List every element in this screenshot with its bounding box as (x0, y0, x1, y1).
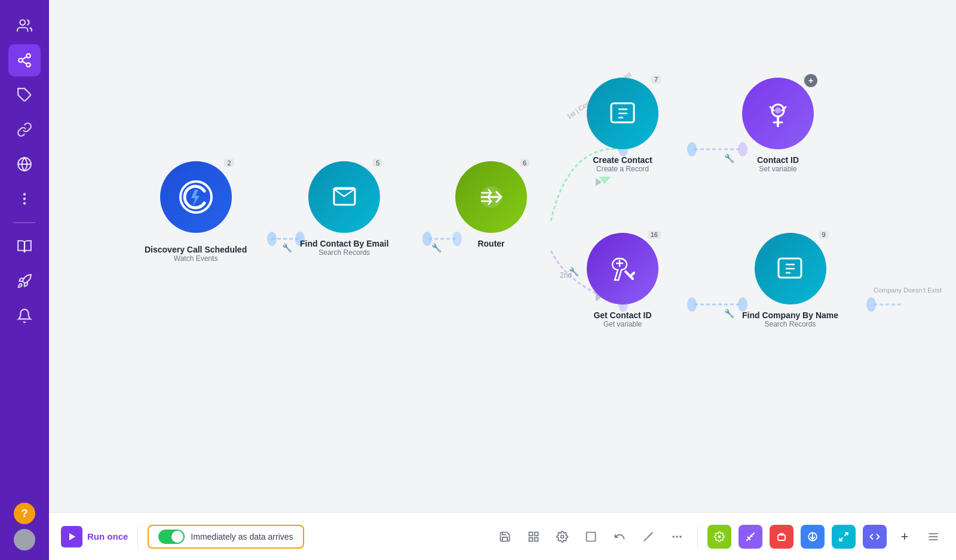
toolbar: Run once Immediately as data arrives (49, 512, 956, 560)
wrench-2: 🔧 (431, 243, 442, 253)
node-discovery-call[interactable]: 2 Discovery Call Scheduled Watch Events (145, 161, 247, 263)
create-contact-badge: 7 (651, 75, 661, 84)
svg-line-35 (334, 189, 344, 196)
more-button[interactable] (666, 526, 688, 547)
user-avatar[interactable] (14, 529, 35, 550)
purple-action-button[interactable] (739, 525, 762, 549)
svg-point-46 (775, 107, 781, 113)
svg-point-10 (23, 198, 26, 200)
sidebar-item-workflow[interactable] (8, 44, 41, 76)
indigo-action-button[interactable] (863, 525, 887, 549)
sidebar-item-connections[interactable] (8, 113, 41, 146)
route-label-2: 2nd (560, 271, 572, 279)
immediately-toggle[interactable] (158, 530, 185, 544)
run-once-label: Run once (87, 531, 128, 541)
save-button[interactable] (494, 526, 516, 547)
svg-point-1 (26, 54, 30, 58)
svg-rect-65 (587, 532, 596, 541)
node-get-contact-id[interactable]: 16 Get Contact ID Get variable (587, 233, 658, 328)
sidebar-item-docs[interactable] (8, 230, 41, 263)
router-label: Router (477, 239, 504, 248)
add-node-button[interactable]: + (804, 74, 817, 87)
sidebar-item-integrations[interactable] (8, 79, 41, 111)
node-find-contact[interactable]: 5 Find Contact By Email Search Records (300, 161, 389, 257)
run-once-button[interactable]: Run once (61, 526, 128, 547)
list-button[interactable] (923, 526, 944, 547)
main-content: 1st | Contact Doesn't Exist 2nd Company … (49, 0, 956, 560)
svg-point-9 (23, 193, 26, 195)
workflow-canvas[interactable]: 1st | Contact Doesn't Exist 2nd Company … (49, 0, 956, 512)
svg-marker-32 (191, 190, 200, 207)
svg-line-4 (22, 61, 26, 64)
find-company-sublabel: Search Records (764, 320, 816, 328)
wrench-5: 🔧 (569, 267, 580, 277)
svg-marker-59 (69, 533, 75, 540)
svg-point-0 (20, 20, 25, 25)
magic-button[interactable] (638, 526, 659, 547)
toolbar-divider-2 (697, 525, 698, 549)
discovery-call-sublabel: Watch Events (174, 254, 218, 263)
company-doesnt-exist-label: Company Doesn't Exist (874, 287, 942, 294)
grid-button[interactable] (523, 526, 544, 547)
svg-rect-63 (535, 537, 538, 541)
svg-rect-27 (687, 297, 697, 312)
sidebar: ? (0, 0, 49, 560)
sidebar-item-more[interactable] (8, 183, 41, 215)
get-contact-id-sublabel: Get variable (603, 320, 642, 328)
toolbar-divider-1 (137, 525, 138, 549)
node-create-contact[interactable]: 7 Create Contact Create a Record (587, 78, 658, 173)
find-contact-sublabel: Search Records (318, 248, 370, 257)
blue-action-button-1[interactable] (801, 525, 825, 549)
toggle-knob (171, 531, 183, 543)
discovery-call-badge: 2 (224, 159, 234, 167)
get-contact-id-label: Get Contact ID (593, 310, 651, 320)
green-action-button[interactable] (707, 525, 731, 549)
wrench-4: 🔧 (724, 309, 735, 319)
immediately-label: Immediately as data arrives (191, 532, 293, 541)
layout-button[interactable] (580, 526, 602, 547)
add-button[interactable]: + (894, 526, 915, 547)
find-company-label: Find Company By Name (742, 310, 838, 320)
sidebar-item-notifications[interactable] (8, 300, 41, 332)
sidebar-item-users[interactable] (8, 10, 41, 42)
svg-point-3 (26, 63, 30, 67)
settings-button[interactable] (551, 526, 573, 547)
help-button[interactable]: ? (14, 503, 35, 524)
svg-line-5 (22, 57, 26, 59)
svg-rect-19 (267, 232, 277, 246)
svg-point-72 (676, 536, 678, 537)
svg-rect-29 (866, 297, 876, 312)
immediately-toggle-box[interactable]: Immediately as data arrives (148, 525, 304, 549)
contact-id-label: Contact ID (757, 155, 799, 165)
router-badge: 6 (520, 159, 529, 167)
get-contact-id-badge: 16 (648, 230, 661, 239)
node-router[interactable]: 6 Router (455, 161, 527, 248)
svg-rect-62 (529, 537, 533, 541)
find-contact-badge: 5 (373, 159, 382, 167)
cyan-action-button[interactable] (832, 525, 856, 549)
find-company-badge: 9 (819, 230, 828, 239)
play-icon (61, 526, 82, 547)
svg-point-11 (23, 202, 26, 204)
create-contact-label: Create Contact (593, 155, 652, 165)
node-find-company[interactable]: 9 Find Company By Name Search Records (742, 233, 838, 328)
contact-id-sublabel: Set variable (759, 165, 796, 173)
svg-marker-17 (596, 178, 602, 186)
svg-marker-34 (334, 189, 354, 196)
discovery-call-label: Discovery Call Scheduled (145, 245, 247, 254)
svg-rect-76 (778, 535, 785, 540)
svg-rect-21 (422, 232, 432, 246)
sidebar-item-global[interactable] (8, 148, 41, 180)
red-action-button[interactable] (770, 525, 793, 549)
svg-marker-30 (599, 177, 611, 184)
svg-line-67 (648, 534, 651, 537)
node-contact-id[interactable]: 14 + Contact ID Set variable (742, 78, 814, 173)
svg-point-2 (19, 59, 23, 63)
sidebar-bottom: ? (14, 503, 35, 550)
svg-line-52 (630, 273, 634, 276)
svg-line-36 (344, 189, 354, 196)
svg-point-64 (561, 535, 564, 538)
sidebar-item-launch[interactable] (8, 265, 41, 297)
svg-point-71 (673, 536, 675, 537)
undo-button[interactable] (609, 526, 630, 547)
